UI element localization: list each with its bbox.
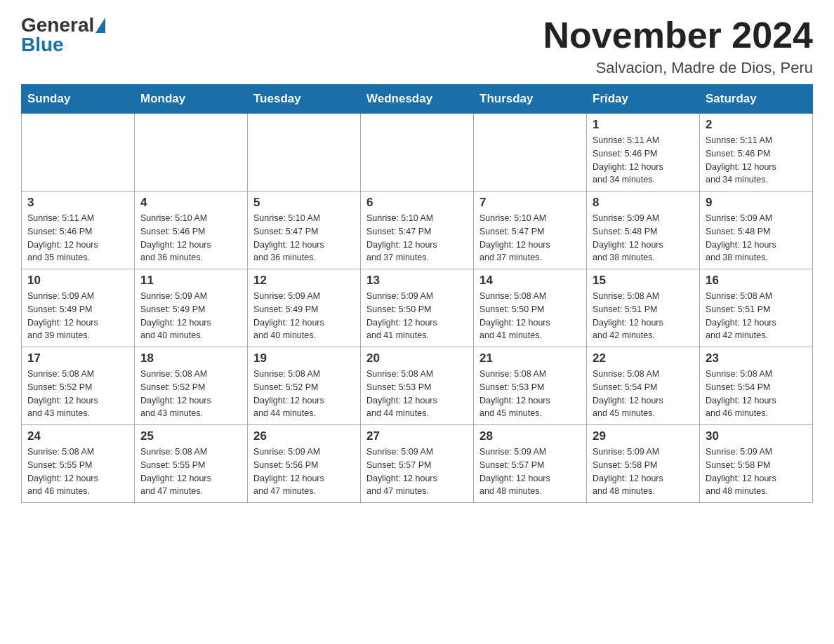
- calendar-cell: 25Sunrise: 5:08 AMSunset: 5:55 PMDayligh…: [135, 425, 248, 503]
- calendar-cell: 20Sunrise: 5:08 AMSunset: 5:53 PMDayligh…: [361, 347, 474, 425]
- calendar-cell: 22Sunrise: 5:08 AMSunset: 5:54 PMDayligh…: [587, 347, 700, 425]
- calendar-cell: [248, 114, 361, 192]
- calendar-cell: 15Sunrise: 5:08 AMSunset: 5:51 PMDayligh…: [587, 269, 700, 347]
- day-info: Sunrise: 5:10 AMSunset: 5:46 PMDaylight:…: [140, 212, 241, 264]
- calendar-cell: 12Sunrise: 5:09 AMSunset: 5:49 PMDayligh…: [248, 269, 361, 347]
- day-number: 13: [366, 274, 468, 288]
- calendar-cell: [22, 114, 135, 192]
- col-monday: Monday: [135, 85, 248, 114]
- day-number: 30: [706, 429, 807, 443]
- day-info: Sunrise: 5:08 AMSunset: 5:51 PMDaylight:…: [706, 290, 807, 342]
- day-number: 25: [140, 429, 241, 443]
- calendar-cell: 6Sunrise: 5:10 AMSunset: 5:47 PMDaylight…: [361, 192, 474, 269]
- calendar-cell: 10Sunrise: 5:09 AMSunset: 5:49 PMDayligh…: [22, 269, 135, 347]
- day-number: 17: [27, 351, 128, 365]
- calendar-cell: 17Sunrise: 5:08 AMSunset: 5:52 PMDayligh…: [22, 347, 135, 425]
- day-number: 27: [366, 429, 468, 443]
- day-number: 10: [27, 274, 128, 288]
- calendar-header-row: Sunday Monday Tuesday Wednesday Thursday…: [22, 85, 813, 114]
- calendar-week-row: 1Sunrise: 5:11 AMSunset: 5:46 PMDaylight…: [22, 114, 813, 192]
- calendar-cell: 4Sunrise: 5:10 AMSunset: 5:46 PMDaylight…: [135, 192, 248, 269]
- day-number: 12: [253, 274, 355, 288]
- day-number: 21: [479, 351, 581, 365]
- day-number: 28: [479, 429, 581, 443]
- day-number: 29: [593, 429, 694, 443]
- day-number: 3: [27, 196, 128, 210]
- col-friday: Friday: [587, 85, 700, 114]
- day-number: 7: [479, 196, 581, 210]
- day-number: 4: [140, 196, 241, 210]
- day-number: 15: [593, 274, 694, 288]
- day-number: 22: [593, 351, 694, 365]
- day-number: 2: [706, 118, 807, 132]
- day-info: Sunrise: 5:09 AMSunset: 5:57 PMDaylight:…: [366, 445, 468, 498]
- logo: General Blue: [21, 14, 105, 56]
- month-title: November 2024: [543, 14, 813, 56]
- day-number: 11: [140, 274, 241, 288]
- day-info: Sunrise: 5:09 AMSunset: 5:57 PMDaylight:…: [479, 445, 581, 498]
- calendar-week-row: 10Sunrise: 5:09 AMSunset: 5:49 PMDayligh…: [22, 269, 813, 347]
- page-header: General Blue November 2024 Salvacion, Ma…: [21, 14, 813, 77]
- col-tuesday: Tuesday: [248, 85, 361, 114]
- day-info: Sunrise: 5:08 AMSunset: 5:55 PMDaylight:…: [140, 445, 241, 498]
- day-info: Sunrise: 5:10 AMSunset: 5:47 PMDaylight:…: [479, 212, 581, 264]
- calendar-cell: 21Sunrise: 5:08 AMSunset: 5:53 PMDayligh…: [474, 347, 587, 425]
- day-number: 6: [366, 196, 468, 210]
- calendar-cell: 28Sunrise: 5:09 AMSunset: 5:57 PMDayligh…: [474, 425, 587, 503]
- calendar-cell: 23Sunrise: 5:08 AMSunset: 5:54 PMDayligh…: [700, 347, 813, 425]
- day-info: Sunrise: 5:11 AMSunset: 5:46 PMDaylight:…: [593, 134, 694, 187]
- day-number: 9: [706, 196, 807, 210]
- calendar-cell: 14Sunrise: 5:08 AMSunset: 5:50 PMDayligh…: [474, 269, 587, 347]
- calendar-cell: 5Sunrise: 5:10 AMSunset: 5:47 PMDaylight…: [248, 192, 361, 269]
- title-area: November 2024 Salvacion, Madre de Dios, …: [543, 14, 813, 77]
- calendar-cell: 24Sunrise: 5:08 AMSunset: 5:55 PMDayligh…: [22, 425, 135, 503]
- day-info: Sunrise: 5:11 AMSunset: 5:46 PMDaylight:…: [27, 212, 128, 264]
- day-number: 26: [253, 429, 355, 443]
- day-info: Sunrise: 5:08 AMSunset: 5:52 PMDaylight:…: [140, 368, 241, 420]
- calendar-cell: 26Sunrise: 5:09 AMSunset: 5:56 PMDayligh…: [248, 425, 361, 503]
- day-number: 8: [593, 196, 694, 210]
- calendar-cell: 9Sunrise: 5:09 AMSunset: 5:48 PMDaylight…: [700, 192, 813, 269]
- calendar-week-row: 24Sunrise: 5:08 AMSunset: 5:55 PMDayligh…: [22, 425, 813, 503]
- calendar-cell: 16Sunrise: 5:08 AMSunset: 5:51 PMDayligh…: [700, 269, 813, 347]
- calendar-week-row: 3Sunrise: 5:11 AMSunset: 5:46 PMDaylight…: [22, 192, 813, 269]
- col-sunday: Sunday: [22, 85, 135, 114]
- calendar-cell: 11Sunrise: 5:09 AMSunset: 5:49 PMDayligh…: [135, 269, 248, 347]
- day-number: 18: [140, 351, 241, 365]
- day-info: Sunrise: 5:09 AMSunset: 5:50 PMDaylight:…: [366, 290, 468, 342]
- day-info: Sunrise: 5:08 AMSunset: 5:53 PMDaylight:…: [366, 368, 468, 420]
- day-info: Sunrise: 5:09 AMSunset: 5:58 PMDaylight:…: [706, 445, 807, 498]
- day-info: Sunrise: 5:08 AMSunset: 5:53 PMDaylight:…: [479, 368, 581, 420]
- calendar-cell: 7Sunrise: 5:10 AMSunset: 5:47 PMDaylight…: [474, 192, 587, 269]
- day-number: 16: [706, 274, 807, 288]
- day-info: Sunrise: 5:09 AMSunset: 5:49 PMDaylight:…: [140, 290, 241, 342]
- day-info: Sunrise: 5:08 AMSunset: 5:50 PMDaylight:…: [479, 290, 581, 342]
- day-number: 1: [593, 118, 694, 132]
- calendar-cell: 29Sunrise: 5:09 AMSunset: 5:58 PMDayligh…: [587, 425, 700, 503]
- day-info: Sunrise: 5:10 AMSunset: 5:47 PMDaylight:…: [366, 212, 468, 264]
- day-info: Sunrise: 5:09 AMSunset: 5:56 PMDaylight:…: [253, 445, 355, 498]
- day-number: 5: [253, 196, 355, 210]
- day-info: Sunrise: 5:10 AMSunset: 5:47 PMDaylight:…: [253, 212, 355, 264]
- day-info: Sunrise: 5:08 AMSunset: 5:54 PMDaylight:…: [593, 368, 694, 420]
- calendar-cell: 2Sunrise: 5:11 AMSunset: 5:46 PMDaylight…: [700, 114, 813, 192]
- logo-triangle-icon: [95, 18, 105, 33]
- calendar-cell: 19Sunrise: 5:08 AMSunset: 5:52 PMDayligh…: [248, 347, 361, 425]
- col-wednesday: Wednesday: [361, 85, 474, 114]
- day-info: Sunrise: 5:09 AMSunset: 5:48 PMDaylight:…: [706, 212, 807, 264]
- calendar-cell: [474, 114, 587, 192]
- day-number: 19: [253, 351, 355, 365]
- logo-blue-text: Blue: [21, 34, 64, 56]
- calendar-cell: 1Sunrise: 5:11 AMSunset: 5:46 PMDaylight…: [587, 114, 700, 192]
- calendar-cell: 8Sunrise: 5:09 AMSunset: 5:48 PMDaylight…: [587, 192, 700, 269]
- calendar-cell: 30Sunrise: 5:09 AMSunset: 5:58 PMDayligh…: [700, 425, 813, 503]
- day-info: Sunrise: 5:08 AMSunset: 5:51 PMDaylight:…: [593, 290, 694, 342]
- day-info: Sunrise: 5:09 AMSunset: 5:49 PMDaylight:…: [27, 290, 128, 342]
- day-info: Sunrise: 5:09 AMSunset: 5:48 PMDaylight:…: [593, 212, 694, 264]
- calendar-cell: [361, 114, 474, 192]
- col-saturday: Saturday: [700, 85, 813, 114]
- calendar-cell: 18Sunrise: 5:08 AMSunset: 5:52 PMDayligh…: [135, 347, 248, 425]
- day-info: Sunrise: 5:08 AMSunset: 5:52 PMDaylight:…: [253, 368, 355, 420]
- day-info: Sunrise: 5:11 AMSunset: 5:46 PMDaylight:…: [706, 134, 807, 187]
- day-info: Sunrise: 5:09 AMSunset: 5:49 PMDaylight:…: [253, 290, 355, 342]
